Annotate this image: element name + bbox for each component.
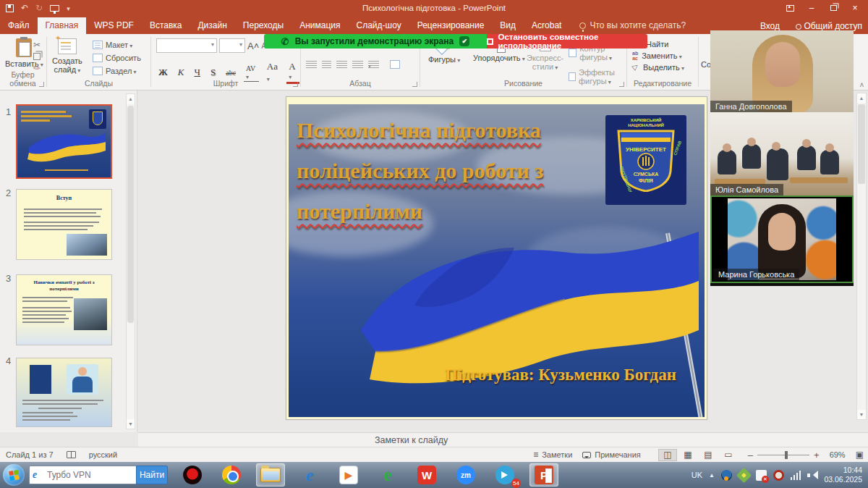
thumbnail-scrollbar[interactable]: ▲ ▼	[126, 93, 135, 429]
spellcheck-icon[interactable]	[67, 451, 76, 458]
taskbar-app-wps[interactable]: W	[412, 463, 441, 487]
scroll-down-arrow[interactable]: ▼	[857, 410, 866, 419]
select-button[interactable]: Выделить	[632, 63, 684, 72]
search-input[interactable]	[29, 466, 136, 484]
taskbar-app-powerpoint[interactable]: P	[529, 463, 558, 487]
tab-view[interactable]: Вид	[492, 17, 524, 34]
replace-button[interactable]: abacЗаменить	[632, 51, 684, 61]
tab-transitions[interactable]: Переходы	[235, 17, 292, 34]
underline-button[interactable]: Ч	[192, 66, 203, 79]
zoom-slider[interactable]	[757, 455, 809, 455]
search-button[interactable]: Найти	[136, 466, 168, 484]
tab-slideshow[interactable]: Слайд-шоу	[348, 17, 409, 34]
tab-design[interactable]: Дизайн	[190, 17, 234, 34]
language-switcher[interactable]: UK	[692, 471, 702, 479]
thumbnail-slide-1[interactable]	[16, 104, 112, 179]
taskbar-app-ie[interactable]: e	[295, 463, 324, 487]
taskbar-app-explorer[interactable]	[256, 463, 285, 487]
font-name-select[interactable]	[156, 38, 217, 53]
zoom-in-button[interactable]: +	[814, 450, 820, 460]
network-signal-icon[interactable]	[791, 471, 801, 480]
ribbon-display-options-icon[interactable]	[786, 5, 794, 12]
tab-wps-pdf[interactable]: WPS PDF	[86, 17, 142, 34]
zoom-out-button[interactable]: –	[748, 450, 753, 460]
tab-file[interactable]: Файл	[0, 17, 38, 34]
meeting-video-panel[interactable]: Ганна Довгополова Юлія Самойлова Марина …	[710, 30, 854, 286]
fit-to-window-icon[interactable]	[856, 450, 864, 460]
comments-toggle[interactable]: Примечания	[582, 450, 641, 459]
tray-expand-icon[interactable]: ▲	[709, 472, 715, 479]
restore-icon[interactable]	[830, 5, 837, 11]
taskbar-app-antivirus[interactable]	[178, 463, 207, 487]
tab-insert[interactable]: Вставка	[142, 17, 190, 34]
language-indicator[interactable]: русский	[89, 450, 117, 459]
slide-sorter-view-button[interactable]: ▦	[678, 449, 697, 461]
action-center-flag-icon[interactable]	[756, 470, 767, 481]
justify-icon[interactable]	[352, 61, 363, 69]
scroll-down-arrow[interactable]: ▼	[127, 419, 135, 429]
convert-smartart-icon[interactable]	[390, 60, 400, 69]
slideshow-view-button[interactable]: ▭	[719, 449, 738, 461]
video-tile-1[interactable]: Ганна Довгополова	[710, 30, 854, 112]
tab-acrobat[interactable]: Acrobat	[524, 17, 569, 34]
taskbar-app-browser-360[interactable]: e	[373, 463, 402, 487]
align-left-icon[interactable]	[306, 61, 317, 69]
tray-security-icon[interactable]	[736, 467, 752, 482]
clipboard-dialog-launcher[interactable]	[39, 82, 44, 87]
video-tile-2[interactable]: Юлія Самойлова	[710, 112, 854, 195]
slide-canvas[interactable]: Психологічна підготовка поліцейських до …	[286, 96, 707, 420]
close-button[interactable]: ×	[845, 1, 865, 15]
cut-icon[interactable]: ✂	[33, 40, 41, 50]
taskbar-app-chrome[interactable]	[217, 463, 246, 487]
thumbnail-slide-3[interactable]: Навички емпатії у роботі з потерпілими	[16, 274, 112, 345]
collapse-ribbon-icon[interactable]: ˄	[856, 81, 867, 89]
drawing-dialog-launcher[interactable]	[619, 82, 624, 87]
tray-network-app-icon[interactable]	[721, 470, 732, 481]
normal-view-button[interactable]: ◫	[658, 449, 677, 461]
font-dialog-launcher[interactable]	[293, 82, 298, 87]
slide-author[interactable]: Підготував: Кузьменко Богдан	[445, 366, 676, 384]
speaker-icon[interactable]	[807, 471, 817, 480]
increase-font-icon[interactable]: A˄	[247, 41, 259, 51]
taskbar-app-telegram[interactable]: 54	[490, 463, 519, 487]
section-button[interactable]: Раздел	[93, 67, 141, 75]
layout-button[interactable]: Макет	[93, 41, 141, 49]
zoom-level[interactable]: 69%	[830, 450, 846, 459]
copy-icon[interactable]	[33, 53, 41, 60]
clock[interactable]: 10:4403.06.2025	[824, 466, 862, 484]
paragraph-dialog-launcher[interactable]	[412, 82, 417, 87]
italic-button[interactable]: К	[176, 66, 187, 79]
columns-icon[interactable]	[368, 61, 379, 69]
notes-toggle[interactable]: Заметки	[533, 450, 572, 460]
video-tile-3-active-speaker[interactable]: Марина Горьковська	[710, 195, 854, 283]
stop-share-button[interactable]: Остановить совместное использование	[487, 34, 647, 49]
sign-in-link[interactable]: Вход	[760, 21, 780, 31]
reading-view-button[interactable]: ▤	[699, 449, 718, 461]
notes-pane[interactable]: Заметки к слайду	[138, 432, 868, 447]
taskbar-app-media-player[interactable]: ▶	[334, 463, 363, 487]
align-center-icon[interactable]	[322, 61, 331, 69]
align-right-icon[interactable]	[336, 61, 347, 69]
font-size-select[interactable]	[219, 38, 245, 53]
share-button[interactable]: Общий доступ	[796, 21, 862, 31]
tab-review[interactable]: Рецензирование	[409, 17, 493, 34]
start-button[interactable]	[3, 464, 25, 486]
thumbnail-slide-2[interactable]: Вступ	[16, 189, 112, 260]
scroll-up-arrow[interactable]: ▲	[127, 94, 135, 104]
slide-area-scrollbar[interactable]: ˄ ▲ ▼	[856, 81, 867, 432]
scrollbar-thumb[interactable]	[858, 104, 865, 184]
new-slide-button[interactable]: Создатьслайд	[52, 38, 82, 75]
bold-button[interactable]: Ж	[156, 66, 170, 79]
scrollbar-thumb[interactable]	[127, 106, 134, 323]
minimize-button[interactable]: –	[801, 1, 822, 15]
strikethrough-button[interactable]: abc	[224, 68, 238, 77]
tab-home[interactable]: Главная	[38, 17, 87, 34]
taskbar-app-zoom[interactable]: zm	[451, 463, 480, 487]
zoom-slider-thumb[interactable]	[785, 451, 788, 459]
reset-button[interactable]: Сбросить	[93, 54, 141, 62]
tab-animations[interactable]: Анимация	[292, 17, 348, 34]
taskbar-search[interactable]: e Найти	[29, 466, 168, 484]
tray-alert-icon[interactable]	[773, 470, 784, 481]
scroll-up-arrow[interactable]: ▲	[857, 93, 866, 103]
thumbnail-slide-4[interactable]	[16, 358, 112, 427]
